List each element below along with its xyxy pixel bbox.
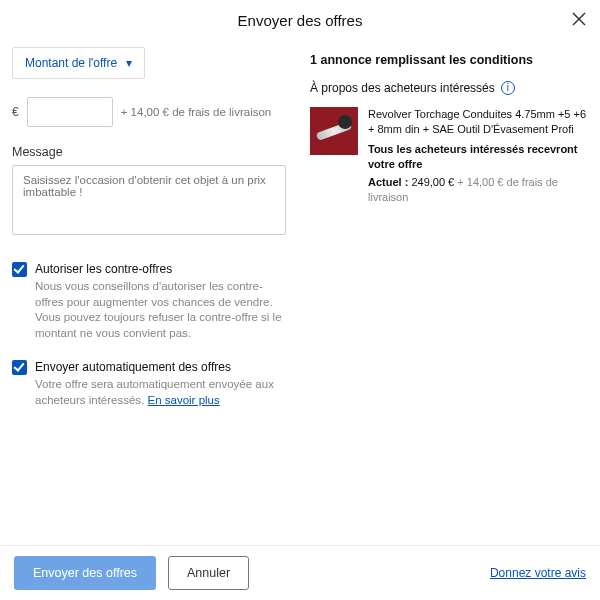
auto-send-title: Envoyer automatiquement des offres <box>35 359 286 375</box>
about-buyers-label: À propos des acheteurs intéressés <box>310 81 495 95</box>
send-offers-modal: Envoyer des offres Montant de l'offre ▾ … <box>0 0 600 600</box>
modal-header: Envoyer des offres <box>0 0 600 37</box>
listing-row: Revolver Torchage Conduites 4.75mm +5 +6… <box>310 107 588 205</box>
modal-footer: Envoyer des offres Annuler Donnez votre … <box>0 545 600 600</box>
auto-send-text: Envoyer automatiquement des offres Votre… <box>35 359 286 408</box>
close-icon <box>570 10 588 28</box>
modal-body: Montant de l'offre ▾ € + 14,00 € de frai… <box>0 37 600 545</box>
auto-send-row: Envoyer automatiquement des offres Votre… <box>12 359 286 408</box>
learn-more-link[interactable]: En savoir plus <box>148 394 220 406</box>
eligible-count-heading: 1 annonce remplissant les conditions <box>310 53 588 67</box>
listing-price: Actuel : 249,00 € + 14,00 € de frais de … <box>368 175 588 206</box>
message-textarea[interactable] <box>12 165 286 235</box>
feedback-link[interactable]: Donnez votre avis <box>490 566 586 580</box>
message-label: Message <box>12 145 286 159</box>
offer-amount-input[interactable] <box>27 97 113 127</box>
allow-counter-offers-row: Autoriser les contre-offres Nous vous co… <box>12 261 286 341</box>
shipping-suffix: + 14,00 € de frais de livraison <box>121 106 272 118</box>
listing-price-label: Actuel : <box>368 176 408 188</box>
modal-title: Envoyer des offres <box>238 12 363 29</box>
listing-text: Revolver Torchage Conduites 4.75mm +5 +6… <box>368 107 588 205</box>
offer-amount-dropdown-label: Montant de l'offre <box>25 56 117 70</box>
price-row: € + 14,00 € de frais de livraison <box>12 97 286 127</box>
listing-title: Revolver Torchage Conduites 4.75mm +5 +6… <box>368 107 588 138</box>
about-buyers-row: À propos des acheteurs intéressés i <box>310 81 588 95</box>
listing-price-value: 249,00 € <box>411 176 454 188</box>
offer-amount-dropdown[interactable]: Montant de l'offre ▾ <box>12 47 145 79</box>
cancel-button[interactable]: Annuler <box>168 556 249 590</box>
allow-counter-offers-checkbox[interactable] <box>12 262 27 277</box>
auto-send-checkbox[interactable] <box>12 360 27 375</box>
close-button[interactable] <box>570 10 588 28</box>
left-panel: Montant de l'offre ▾ € + 14,00 € de frai… <box>12 47 300 545</box>
currency-symbol: € <box>12 105 19 119</box>
auto-send-desc: Votre offre sera automatiquement envoyée… <box>35 377 286 408</box>
allow-counter-offers-desc: Nous vous conseillons d'autoriser les co… <box>35 279 286 341</box>
listing-notice: Tous les acheteurs intéressés recevront … <box>368 142 588 173</box>
listing-thumbnail <box>310 107 358 155</box>
right-panel: 1 annonce remplissant les conditions À p… <box>300 47 588 545</box>
allow-counter-offers-text: Autoriser les contre-offres Nous vous co… <box>35 261 286 341</box>
allow-counter-offers-title: Autoriser les contre-offres <box>35 261 286 277</box>
send-offers-button[interactable]: Envoyer des offres <box>14 556 156 590</box>
chevron-down-icon: ▾ <box>126 56 132 70</box>
info-icon[interactable]: i <box>501 81 515 95</box>
